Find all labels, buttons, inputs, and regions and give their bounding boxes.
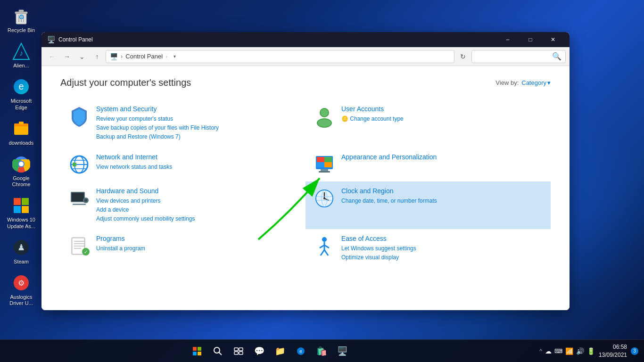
category-programs[interactable]: ✓ Programs Uninstall a program	[60, 229, 305, 268]
svg-point-64	[322, 237, 327, 242]
address-separator2: ›	[165, 54, 167, 59]
network-internet-title[interactable]: Network and Internet	[96, 153, 298, 161]
category-system-security[interactable]: System and Security Review your computer…	[60, 99, 305, 148]
view-by-dropdown[interactable]: Category ▾	[521, 79, 551, 86]
hardware-sound-link1[interactable]: View devices and printers	[96, 197, 298, 206]
up-button[interactable]: ↑	[91, 50, 104, 63]
ease-of-access-link1[interactable]: Let Windows suggest settings	[341, 244, 543, 253]
window-title: Control Panel	[58, 36, 493, 43]
maximize-button[interactable]: □	[520, 32, 541, 47]
search-input[interactable]	[476, 53, 552, 60]
desktop-icon-windows-update[interactable]: Windows 10 Update As...	[4, 194, 39, 231]
programs-title[interactable]: Programs	[96, 235, 298, 242]
category-ease-of-access[interactable]: Ease of Access Let Windows suggest setti…	[305, 229, 551, 268]
network-internet-link1[interactable]: View network status and tasks	[96, 163, 298, 172]
desktop-icon-edge[interactable]: e Microsoft Edge	[4, 75, 39, 112]
desktop-icon-steam[interactable]: ♟ Steam	[4, 236, 39, 267]
alienware-icon: ♪	[12, 42, 31, 61]
clock-region-content: Clock and Region Change date, time, or n…	[341, 187, 543, 206]
cloud-icon[interactable]: ☁	[545, 347, 552, 355]
ease-of-access-icon	[313, 235, 336, 257]
svg-text:e: e	[18, 81, 24, 91]
auslogics-icon: ⚙	[12, 273, 31, 292]
clock-region-link1[interactable]: Change date, time, or number formats	[341, 197, 543, 206]
svg-rect-72	[198, 347, 201, 351]
address-separator: ›	[121, 53, 123, 60]
svg-point-28	[321, 109, 328, 116]
wifi-icon[interactable]: 📶	[565, 347, 573, 355]
appearance-title[interactable]: Appearance and Personalization	[341, 153, 543, 161]
hardware-sound-link2[interactable]: Add a device	[96, 206, 298, 214]
ease-of-access-link2[interactable]: Optimize visual display	[341, 253, 543, 262]
programs-link1[interactable]: Uninstall a program	[96, 244, 298, 253]
network-internet-icon	[68, 153, 91, 176]
address-dropdown[interactable]: ▾	[170, 54, 180, 59]
taskbar-taskview[interactable]	[229, 342, 248, 361]
taskbar-control-panel[interactable]: 🖥️	[333, 342, 352, 361]
network-internet-content: Network and Internet View network status…	[96, 153, 298, 172]
user-accounts-title[interactable]: User Accounts	[341, 105, 543, 113]
categories-grid: System and Security Review your computer…	[60, 99, 551, 268]
taskbar-edge[interactable]: e	[291, 342, 310, 361]
svg-line-68	[321, 250, 324, 255]
category-appearance[interactable]: Appearance and Personalization	[305, 148, 551, 181]
desktop-icon-alienware[interactable]: ♪ Alien...	[4, 40, 39, 71]
downloads-icon	[12, 119, 31, 138]
svg-rect-18	[14, 198, 21, 205]
volume-icon[interactable]: 🔊	[576, 347, 584, 355]
svg-rect-20	[14, 206, 21, 213]
svg-line-76	[219, 352, 222, 355]
clock[interactable]: 06:58 13/09/2021	[599, 343, 627, 359]
svg-text:♪: ♪	[19, 49, 23, 57]
category-hardware-sound[interactable]: Hardware and Sound View devices and prin…	[60, 181, 305, 230]
chevron-icon[interactable]: ^	[539, 348, 542, 354]
svg-line-69	[324, 250, 328, 255]
svg-rect-74	[198, 352, 201, 355]
category-clock-region[interactable]: Clock and Region Change date, time, or n…	[305, 181, 551, 230]
notification-badge[interactable]: 3	[631, 347, 638, 355]
close-button[interactable]: ✕	[542, 32, 564, 47]
ease-of-access-title[interactable]: Ease of Access	[341, 235, 543, 242]
view-by-control: View by: Category ▾	[495, 79, 551, 86]
system-security-link2[interactable]: Save backup copies of your files with Fi…	[96, 123, 298, 132]
recycle-bin-label: Recycle Bin	[8, 27, 35, 33]
taskbar-teams[interactable]: 💬	[250, 342, 269, 361]
clock-region-title[interactable]: Clock and Region	[341, 187, 543, 195]
desktop-icon-chrome[interactable]: Google Chrome	[4, 153, 39, 189]
back-button[interactable]: ←	[45, 50, 58, 63]
keyboard-icon[interactable]: ⌨	[554, 348, 562, 354]
system-security-link3[interactable]: Backup and Restore (Windows 7)	[96, 132, 298, 141]
desktop-icon-downloads[interactable]: downloads	[4, 117, 39, 148]
user-accounts-icon	[313, 105, 336, 128]
start-button[interactable]	[188, 342, 206, 361]
desktop-icon-recycle-bin[interactable]: ♻ Recycle Bin	[4, 5, 39, 35]
view-by-chevron: ▾	[547, 79, 551, 86]
svg-text:e: e	[299, 349, 302, 354]
minimize-button[interactable]: –	[497, 32, 519, 47]
taskbar-left: 💬 📁 e 🛍️ 🖥️	[0, 342, 539, 361]
battery-icon[interactable]: 🔋	[587, 347, 595, 355]
alienware-label: Alien...	[13, 63, 29, 69]
system-security-title[interactable]: System and Security	[96, 105, 298, 113]
hardware-sound-link3[interactable]: Adjust commonly used mobility settings	[96, 214, 298, 223]
appearance-icon	[313, 153, 336, 176]
category-user-accounts[interactable]: User Accounts 🪙 Change account type	[305, 99, 551, 148]
system-security-link1[interactable]: Review your computer's status	[96, 115, 298, 123]
taskbar-search[interactable]	[208, 342, 227, 361]
category-network-internet[interactable]: Network and Internet View network status…	[60, 148, 305, 181]
svg-rect-39	[324, 157, 332, 162]
svg-point-17	[19, 162, 24, 166]
hardware-sound-title[interactable]: Hardware and Sound	[96, 187, 298, 195]
svg-rect-13	[19, 122, 24, 124]
taskbar-store[interactable]: 🛍️	[312, 342, 331, 361]
forward-button[interactable]: →	[60, 50, 74, 63]
recent-button[interactable]: ⌄	[75, 50, 89, 63]
address-field[interactable]: 🖥️ › Control Panel › ▾	[106, 50, 454, 63]
taskbar-explorer[interactable]: 📁	[271, 342, 289, 361]
address-icon: 🖥️	[110, 53, 118, 60]
user-accounts-link1[interactable]: 🪙 Change account type	[341, 115, 543, 123]
svg-point-29	[318, 119, 331, 127]
refresh-button[interactable]: ↻	[456, 50, 470, 63]
desktop-icon-auslogics[interactable]: ⚙ Auslogics Driver U...	[4, 272, 39, 308]
search-field[interactable]: 🔍	[471, 50, 566, 63]
